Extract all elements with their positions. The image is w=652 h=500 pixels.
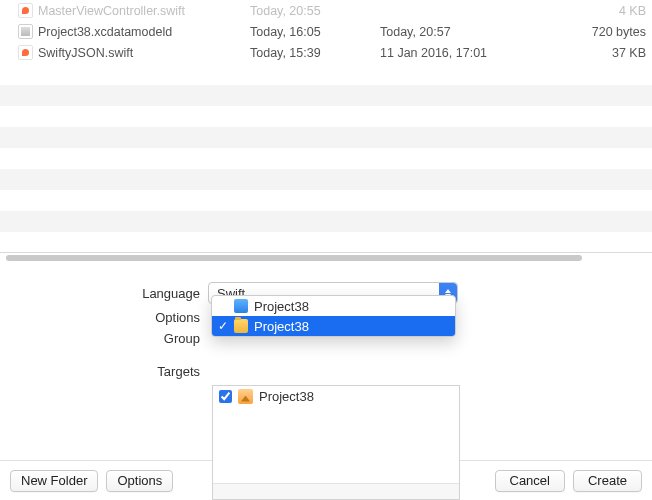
group-popup-item-label: Project38	[254, 319, 309, 334]
target-row[interactable]: Project38	[213, 386, 459, 406]
target-label: Project38	[259, 389, 314, 404]
language-label: Language	[0, 286, 208, 301]
options-button[interactable]: Options	[106, 470, 173, 492]
datamodel-file-icon	[18, 24, 33, 39]
file-date-modified: Today, 15:39	[250, 46, 380, 60]
file-size: 37 KB	[550, 46, 652, 60]
swift-file-icon	[18, 3, 33, 18]
check-icon: ✓	[218, 319, 228, 333]
project-icon	[234, 299, 248, 313]
swift-file-icon	[18, 45, 33, 60]
file-size: 4 KB	[550, 4, 652, 18]
target-checkbox[interactable]	[219, 390, 232, 403]
cancel-button[interactable]: Cancel	[495, 470, 565, 492]
file-row[interactable]: SwiftyJSON.swift Today, 15:39 11 Jan 201…	[0, 42, 652, 63]
group-popup: Project38 ✓ Project38	[211, 295, 456, 337]
file-date-modified: Today, 16:05	[250, 25, 380, 39]
group-popup-item[interactable]: Project38	[212, 296, 455, 316]
file-date-created: Today, 20:57	[380, 25, 550, 39]
file-date-modified: Today, 20:55	[250, 4, 380, 18]
targets-footer	[213, 483, 459, 499]
file-name: MasterViewController.swift	[38, 4, 185, 18]
form-area: Language Swift Options Group Project38 ✓…	[0, 268, 652, 460]
create-button[interactable]: Create	[573, 470, 642, 492]
file-list: MasterViewController.swift Today, 20:55 …	[0, 0, 652, 252]
file-row[interactable]: MasterViewController.swift Today, 20:55 …	[0, 0, 652, 21]
targets-label: Targets	[0, 361, 208, 379]
divider	[0, 252, 652, 253]
file-size: 720 bytes	[550, 25, 652, 39]
group-label: Group	[0, 331, 208, 346]
file-row[interactable]: Project38.xcdatamodeld Today, 16:05 Toda…	[0, 21, 652, 42]
options-label: Options	[0, 310, 208, 325]
folder-icon	[234, 319, 248, 333]
file-list-stripes	[0, 64, 652, 252]
new-folder-button[interactable]: New Folder	[10, 470, 98, 492]
file-name: Project38.xcdatamodeld	[38, 25, 172, 39]
app-target-icon	[238, 389, 253, 404]
targets-box: Project38	[212, 385, 460, 500]
file-name: SwiftyJSON.swift	[38, 46, 133, 60]
file-date-created: 11 Jan 2016, 17:01	[380, 46, 550, 60]
horizontal-scrollbar[interactable]	[6, 255, 582, 261]
group-popup-item-label: Project38	[254, 299, 309, 314]
group-popup-item[interactable]: ✓ Project38	[212, 316, 455, 336]
